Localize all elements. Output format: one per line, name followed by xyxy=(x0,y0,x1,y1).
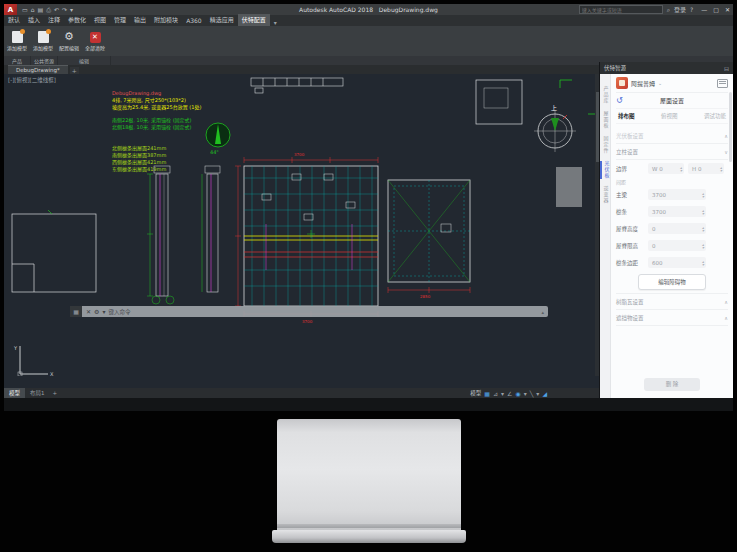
polar-toggle-icon[interactable]: ∠ xyxy=(507,390,512,397)
layout1-tab[interactable]: 布局1 xyxy=(25,388,50,398)
viewport-controls-label[interactable]: [-][俯视][二维线框] xyxy=(8,76,56,84)
edit-obstacles-button[interactable]: 编辑障碍物 xyxy=(638,274,706,290)
add-model-button-2[interactable]: 添加模型 xyxy=(30,26,56,56)
tab-insert[interactable]: 插入 xyxy=(24,14,44,26)
command-input-hint[interactable]: 键入命令 xyxy=(108,308,130,316)
clear-all-button[interactable]: ✕ 全部清除 xyxy=(82,26,108,56)
new-icon[interactable]: ▭ xyxy=(22,6,28,14)
dropdown-icon[interactable]: ▾ xyxy=(536,390,539,397)
signin-label[interactable]: 登录 xyxy=(674,5,686,14)
add-layout-button[interactable]: + xyxy=(50,390,61,396)
palette-title-bar[interactable]: 伏特智源 ⊟ xyxy=(600,62,733,74)
plot-icon[interactable]: ⎙ xyxy=(46,6,51,14)
undo-icon[interactable]: ↶ xyxy=(54,6,59,14)
side-tab-roof-panel[interactable]: 屋面板 xyxy=(601,111,610,129)
tab-addins[interactable]: 附加模块 xyxy=(150,14,182,26)
ridge-limit-input[interactable]: 0 ▴▾ xyxy=(648,240,706,251)
section-obstruction-settings[interactable]: 遮挡物设置 ∧ xyxy=(616,310,728,326)
isodraft-toggle-icon[interactable]: ◢ xyxy=(542,390,547,397)
add-model-button-1[interactable]: 添加模型 xyxy=(4,26,30,56)
group-edit[interactable]: 编辑 xyxy=(58,56,111,65)
back-undo-icon[interactable]: ↺ xyxy=(616,96,630,105)
tab-plugin-active[interactable]: 伏特配置 xyxy=(238,14,270,26)
model-space-label[interactable]: 模型 xyxy=(470,389,481,397)
main-beam-input[interactable]: 3700 ▴▾ xyxy=(648,189,706,200)
open-icon[interactable]: ⌂ xyxy=(31,6,35,14)
command-scroll-icon[interactable]: ▴ xyxy=(541,309,544,315)
help-icon[interactable]: ? xyxy=(690,6,693,13)
save-icon[interactable]: ▤ xyxy=(37,6,43,14)
ridge-height-label: 屋脊高度 xyxy=(616,225,648,233)
redo-icon[interactable]: ↷ xyxy=(62,6,67,14)
delete-button[interactable]: 删 除 xyxy=(644,378,700,391)
tab-a360[interactable]: A360 xyxy=(182,16,206,26)
new-drawing-tab-button[interactable]: + xyxy=(70,67,79,74)
message-icon[interactable] xyxy=(717,79,728,88)
command-close-icon[interactable]: ✕ xyxy=(86,308,91,315)
tab-featured-apps[interactable]: 精选应用 xyxy=(206,14,238,26)
group-product[interactable]: 产品 xyxy=(4,56,31,65)
chevron-down-icon[interactable]: ⌄ xyxy=(658,80,662,86)
group-shared[interactable]: 公共资源 xyxy=(31,56,58,65)
tab-top-view[interactable]: 俯视图 xyxy=(661,112,678,120)
search-icon[interactable]: ⌕ xyxy=(667,6,670,14)
command-line[interactable]: ✕ ⚙ ▾ 键入命令 ▴ xyxy=(82,306,548,317)
panel-scrollbar[interactable] xyxy=(729,92,732,162)
chevron-up-icon[interactable]: ∧ xyxy=(724,299,728,305)
stepper-icons[interactable]: ▴▾ xyxy=(702,243,704,249)
search-input[interactable] xyxy=(579,5,663,14)
purlin-margin-input[interactable]: 600 ▴▾ xyxy=(648,257,706,268)
boundary-w-input[interactable]: W 0 ▴▾ xyxy=(648,163,684,174)
model-space-canvas[interactable]: [-][俯视][二维线框] DebugDrawing.dwg 4排, 7米跨高,… xyxy=(4,74,601,376)
stepper-icons[interactable]: ▴▾ xyxy=(702,260,704,266)
side-tab-products[interactable]: 产品库 xyxy=(601,86,610,104)
chevron-up-icon[interactable]: ∧ xyxy=(724,133,728,139)
command-menu-icon[interactable]: ▾ xyxy=(102,308,105,315)
section-pv-settings[interactable]: 光伏板设置 ∧ xyxy=(616,128,728,144)
ridge-height-input[interactable]: 0 ▴▾ xyxy=(648,223,706,234)
tab-view[interactable]: 视图 xyxy=(90,14,110,26)
section-resin-tile-settings[interactable]: 树脂瓦设置 ∧ xyxy=(616,293,728,310)
lineweight-toggle-icon[interactable]: ╲ xyxy=(530,390,534,397)
chevron-up-icon[interactable]: ∧ xyxy=(724,315,728,321)
tab-overflow-icon[interactable]: ▾ xyxy=(274,19,277,26)
stepper-icons[interactable]: ▴▾ xyxy=(702,192,704,198)
avatar[interactable] xyxy=(616,77,628,89)
stepper-icons[interactable]: ▴▾ xyxy=(720,166,722,172)
model-tab[interactable]: 模型 xyxy=(4,388,25,398)
tab-default[interactable]: 默认 xyxy=(4,14,24,26)
tab-output[interactable]: 输出 xyxy=(130,14,150,26)
close-button[interactable]: ✕ xyxy=(725,6,730,13)
doc-title: DebugDrawing.dwg xyxy=(379,6,438,13)
boundary-h-input[interactable]: H 0 ▴▾ xyxy=(688,163,724,174)
snap-toggle-icon[interactable]: ⊿ xyxy=(493,390,498,397)
side-tab-inverter[interactable]: 逆变器 xyxy=(601,186,610,204)
stepper-icons[interactable]: ▴▾ xyxy=(680,166,682,172)
command-tools-icon[interactable]: ⚙ xyxy=(94,308,99,315)
dropdown-icon[interactable]: ▾ xyxy=(501,390,504,397)
chevron-down-icon[interactable]: ∨ xyxy=(724,149,728,155)
file-tab-active[interactable]: DebugDrawing* xyxy=(8,65,68,74)
minimize-button[interactable]: — xyxy=(701,6,707,13)
tab-layout-plan[interactable]: 排布图 xyxy=(618,112,635,120)
tab-annotate[interactable]: 注释 xyxy=(44,14,64,26)
tab-parametric[interactable]: 参数化 xyxy=(64,14,90,26)
side-tab-fixings[interactable]: 固定件 xyxy=(601,136,610,154)
stepper-icons[interactable]: ▴▾ xyxy=(702,209,704,215)
tab-debug[interactable]: 调试功能 xyxy=(704,112,726,120)
command-dock-grip[interactable]: ▦ xyxy=(70,306,82,317)
qat-dropdown-icon[interactable]: ▾ xyxy=(70,6,73,14)
tab-manage[interactable]: 管理 xyxy=(110,14,130,26)
purlin-input[interactable]: 3700 ▴▾ xyxy=(648,206,706,217)
maximize-button[interactable]: ▢ xyxy=(713,6,719,13)
side-tab-pv-module[interactable]: 光伏板 xyxy=(600,161,611,179)
dropdown-icon[interactable]: ▾ xyxy=(524,390,527,397)
section-column-settings[interactable]: 立柱设置 ∨ xyxy=(616,144,728,160)
input-value: 0 xyxy=(652,226,702,232)
config-edit-button[interactable]: ⚙ 配置编辑 xyxy=(56,26,82,56)
auto-hide-icon[interactable]: ⊟ xyxy=(724,65,729,72)
stepper-icons[interactable]: ▴▾ xyxy=(702,226,704,232)
account-row[interactable]: 阿提普姆 ⌄ xyxy=(616,74,728,93)
osnap-toggle-icon[interactable]: ◉ xyxy=(515,390,520,397)
grid-toggle-icon[interactable]: ▦ xyxy=(484,390,490,397)
